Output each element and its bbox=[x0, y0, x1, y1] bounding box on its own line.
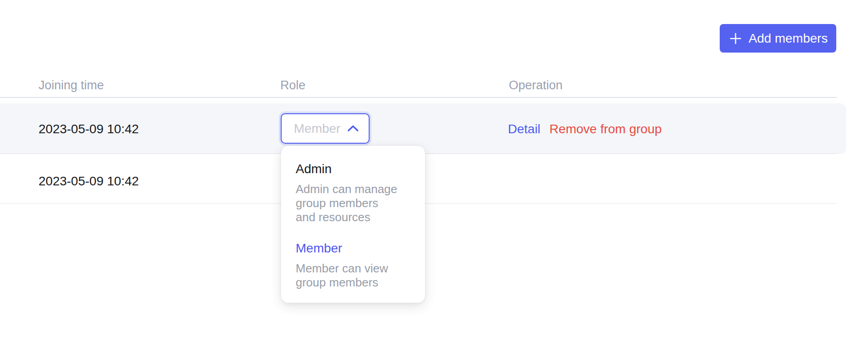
role-option-admin[interactable]: Admin Admin can manage group members and… bbox=[296, 161, 410, 224]
column-header-operation: Operation bbox=[509, 78, 563, 92]
role-option-member[interactable]: Member Member can view group members bbox=[296, 241, 410, 290]
column-header-role: Role bbox=[280, 78, 306, 92]
joining-time-cell: 2023-05-09 10:42 bbox=[39, 122, 139, 136]
remove-from-group-link[interactable]: Remove from group bbox=[550, 122, 662, 136]
role-option-admin-description: Admin can manage group members and resou… bbox=[296, 182, 399, 224]
joining-time-cell: 2023-05-09 10:42 bbox=[39, 174, 139, 189]
role-option-member-name[interactable]: Member bbox=[296, 241, 410, 256]
operation-cell: Detail Remove from group bbox=[508, 122, 662, 136]
members-page: Add members Joining time Role Operation … bbox=[0, 0, 868, 349]
role-dropdown-panel: Admin Admin can manage group members and… bbox=[281, 146, 425, 303]
add-members-label: Add members bbox=[749, 31, 828, 46]
role-option-member-description: Member can view group members bbox=[296, 262, 399, 290]
role-select-value: Member bbox=[294, 121, 341, 136]
detail-link[interactable]: Detail bbox=[508, 122, 541, 136]
header-divider bbox=[0, 97, 837, 98]
add-members-button[interactable]: Add members bbox=[720, 24, 836, 53]
role-select[interactable]: Member bbox=[281, 113, 370, 144]
plus-icon bbox=[728, 31, 743, 46]
chevron-up-icon bbox=[347, 125, 359, 132]
column-header-joining-time: Joining time bbox=[39, 78, 104, 92]
role-option-admin-name[interactable]: Admin bbox=[296, 161, 410, 177]
